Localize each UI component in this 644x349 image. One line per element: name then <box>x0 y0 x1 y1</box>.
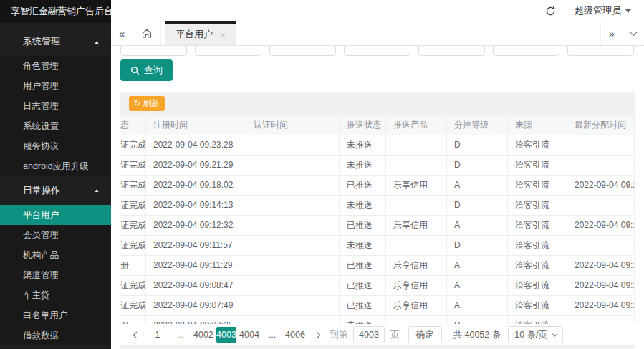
page-button-4004[interactable]: 4004 <box>239 327 259 343</box>
refresh-icon[interactable] <box>545 6 556 16</box>
cell-3: 已推送 <box>340 176 386 195</box>
filter-input-5[interactable] <box>493 46 559 56</box>
cell-2 <box>246 176 340 195</box>
tabs-scroll-left-icon[interactable]: « <box>111 21 133 45</box>
cell-3: 未推送 <box>340 156 386 175</box>
refresh-icon: ↻ <box>134 100 140 107</box>
page-size-select[interactable]: 10 条/页 <box>508 326 563 343</box>
cell-4 <box>386 236 447 255</box>
table-row[interactable]: 证完成2022-09-04 09:11:57未推送D洽客引流 <box>120 236 635 256</box>
sidebar-item-系统设置[interactable]: 系统设置 <box>0 116 111 136</box>
sidebar-group-0[interactable]: 系统管理▲ <box>0 27 111 56</box>
filter-input-3[interactable] <box>344 46 410 56</box>
cell-5: A <box>447 276 508 295</box>
cell-6: 洽客引流 <box>508 176 567 195</box>
cell-5: D <box>447 236 508 255</box>
cell-3: 已推送 <box>340 216 386 235</box>
home-icon[interactable] <box>133 21 161 45</box>
sidebar-item-日志管理[interactable]: 日志管理 <box>0 96 111 116</box>
refresh-icon-svg <box>545 6 556 16</box>
col-header-6: 来源 <box>508 115 567 135</box>
tabs-scroll-right-icon[interactable]: » <box>600 21 623 45</box>
col-header-1: 注册时间 <box>146 115 246 135</box>
filter-input-2[interactable] <box>269 46 336 56</box>
table-row[interactable]: 证完成2022-09-04 09:18:02已推送乐享信用A洽客引流2022-0… <box>120 176 635 196</box>
sidebar-item-借款数据[interactable]: 借款数据 <box>0 325 111 345</box>
table-row[interactable]: 证完成2022-09-04 09:12:32已推送乐享信用A洽客引流2022-0… <box>120 216 635 236</box>
page-button-4006[interactable]: 4006 <box>285 327 305 343</box>
table-row[interactable]: 证完成2022-09-04 09:14:13未推送D洽客引流 <box>120 196 635 216</box>
cell-6: 洽客引流 <box>508 196 567 215</box>
tabbar-right-tools: » <box>600 21 644 45</box>
page-button-4002[interactable]: 4002 <box>193 327 213 343</box>
next-page-icon[interactable] <box>308 326 325 343</box>
cell-4: 乐享信用 <box>386 276 447 295</box>
filter-input-6[interactable] <box>567 46 634 56</box>
refresh-table-button[interactable]: ↻刷新 <box>129 96 165 111</box>
cell-2 <box>246 216 340 235</box>
cell-0: 证完成 <box>120 216 146 235</box>
main-area: 超级管理员 « 平台用户 × » 查询 <box>111 0 644 349</box>
cell-4: 乐享信用 <box>386 296 447 315</box>
cell-1: 2022-09-04 09:21:29 <box>146 156 246 175</box>
sidebar-item-会员管理[interactable]: 会员管理 <box>0 225 111 245</box>
table-row[interactable]: 证完成2022-09-04 09:23:28未推送D洽客引流 <box>120 135 635 156</box>
cell-6: 洽客引流 <box>508 256 567 275</box>
cell-5: D <box>447 156 508 175</box>
sidebar-item-渠道管理[interactable]: 渠道管理 <box>0 265 111 285</box>
filter-inputs-row <box>120 46 635 57</box>
filter-input-4[interactable] <box>418 46 485 56</box>
chevron-up-icon: ▲ <box>94 39 100 44</box>
cell-0: 证完成 <box>120 296 146 315</box>
cell-6: 洽客引流 <box>508 135 567 155</box>
cell-6: 洽客引流 <box>508 236 567 255</box>
chevron-down-icon <box>625 9 631 13</box>
goto-page-input[interactable] <box>353 326 385 343</box>
page-ellipsis[interactable]: ... <box>262 327 282 343</box>
sidebar-group-items: 平台用户会员管理机构产品渠道管理车主贷白名单用户借款数据 <box>0 205 111 345</box>
search-button[interactable]: 查询 <box>120 59 173 81</box>
sidebar-item-机构产品[interactable]: 机构产品 <box>0 245 111 265</box>
cell-5: A <box>447 216 508 235</box>
goto-confirm-button[interactable]: 确定 <box>408 326 442 343</box>
user-menu[interactable]: 超级管理员 <box>575 4 631 17</box>
sidebar-item-车主贷[interactable]: 车主贷 <box>0 285 111 305</box>
chevron-up-icon: ▲ <box>94 188 100 193</box>
filter-input-0[interactable] <box>120 46 187 56</box>
page-button-1[interactable]: 1 <box>148 327 168 343</box>
cell-4 <box>386 196 447 215</box>
col-header-4: 推送产品 <box>386 115 447 135</box>
page-button-4003[interactable]: 4003 <box>216 327 236 343</box>
cell-4: 乐享信用 <box>386 256 447 275</box>
table-row[interactable]: 册2022-09-04 09:11:29已推送乐享信用A洽客引流2022-09-… <box>120 256 635 276</box>
sidebar-group-label: 日常操作 <box>23 184 60 197</box>
close-icon[interactable]: × <box>220 30 226 39</box>
tab-platform-users[interactable]: 平台用户 × <box>165 21 236 45</box>
sidebar-item-服务协议[interactable]: 服务协议 <box>0 136 111 156</box>
table-row[interactable]: 证完成2022-09-04 09:08:47已推送乐享信用A洽客引流2022-0… <box>120 276 635 296</box>
cell-6: 洽客引流 <box>508 276 567 295</box>
prev-page-icon[interactable] <box>128 326 145 343</box>
cell-3: 未推送 <box>340 236 386 255</box>
page-ellipsis[interactable]: ... <box>170 327 191 343</box>
table-row[interactable]: 证完成2022-09-04 09:21:29未推送D洽客引流 <box>120 156 635 176</box>
table-row[interactable]: 证完成2022-09-04 09:07:49已推送乐享信用A洽客引流2022-0… <box>120 296 635 316</box>
sidebar-item-角色管理[interactable]: 角色管理 <box>0 56 111 76</box>
topbar: 超级管理员 <box>111 0 644 21</box>
cell-7: 2022-09-04 09:10:0 <box>567 276 635 295</box>
table-header-row: 态注册时间认证时间推送状态推送产品分控等级来源最新分配时间 <box>120 115 635 135</box>
table-body: 证完成2022-09-04 09:23:28未推送D洽客引流证完成2022-09… <box>120 135 635 336</box>
sidebar-item-平台用户[interactable]: 平台用户 <box>0 205 111 225</box>
sidebar-item-用户管理[interactable]: 用户管理 <box>0 76 111 96</box>
sidebar-item-android应用升级[interactable]: android应用升级 <box>0 156 111 176</box>
chevron-down-icon <box>552 331 557 336</box>
cell-7: 2022-09-04 09:15:0 <box>567 256 635 275</box>
cell-0: 证完成 <box>120 196 146 215</box>
cell-7: 2022-09-04 09:21:0 <box>567 176 635 195</box>
sidebar-item-白名单用户[interactable]: 白名单用户 <box>0 305 111 325</box>
filter-input-1[interactable] <box>195 46 261 56</box>
sidebar-group-1[interactable]: 日常操作▲ <box>0 176 111 205</box>
tabs-menu-icon[interactable] <box>623 21 644 45</box>
cell-4: 乐享信用 <box>386 216 447 235</box>
table-panel: ↻刷新 态注册时间认证时间推送状态推送产品分控等级来源最新分配时间 证完成202… <box>120 92 635 349</box>
